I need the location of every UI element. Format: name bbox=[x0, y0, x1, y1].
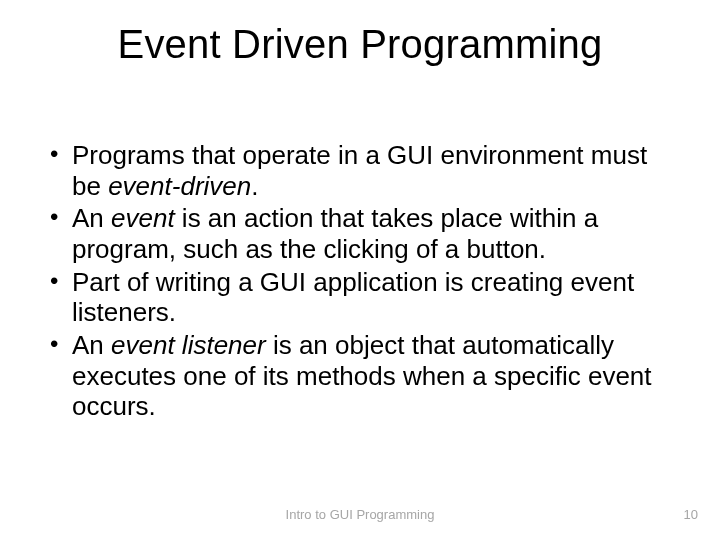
list-item: Programs that operate in a GUI environme… bbox=[48, 140, 678, 201]
list-item: Part of writing a GUI application is cre… bbox=[48, 267, 678, 328]
slide-body: Programs that operate in a GUI environme… bbox=[48, 140, 678, 424]
bullet-text-pre: Part of writing a GUI application is cre… bbox=[72, 267, 634, 328]
bullet-text-em: event bbox=[111, 203, 175, 233]
bullet-text-em: event listener bbox=[111, 330, 266, 360]
bullet-text-post: . bbox=[251, 171, 258, 201]
list-item: An event is an action that takes place w… bbox=[48, 203, 678, 264]
page-number: 10 bbox=[684, 507, 698, 522]
list-item: An event listener is an object that auto… bbox=[48, 330, 678, 422]
slide-title: Event Driven Programming bbox=[0, 22, 720, 67]
bullet-text-pre: An bbox=[72, 203, 111, 233]
bullet-text-em: event-driven bbox=[108, 171, 251, 201]
bullet-text-pre: An bbox=[72, 330, 111, 360]
slide: Event Driven Programming Programs that o… bbox=[0, 0, 720, 540]
footer-center: Intro to GUI Programming bbox=[0, 507, 720, 522]
bullet-list: Programs that operate in a GUI environme… bbox=[48, 140, 678, 422]
